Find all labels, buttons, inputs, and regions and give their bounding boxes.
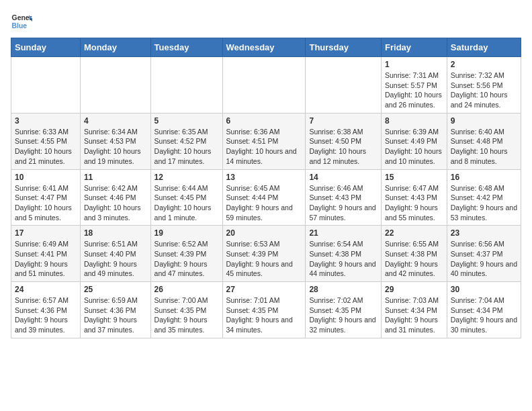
calendar-week-1: 1Sunrise: 7:31 AM Sunset: 5:57 PM Daylig…	[11, 57, 521, 113]
day-info: Sunrise: 7:00 AM Sunset: 4:35 PM Dayligh…	[154, 295, 219, 335]
calendar-cell: 28Sunrise: 7:02 AM Sunset: 4:35 PM Dayli…	[306, 282, 382, 338]
calendar-cell: 12Sunrise: 6:44 AM Sunset: 4:45 PM Dayli…	[150, 169, 222, 226]
day-info: Sunrise: 6:52 AM Sunset: 4:39 PM Dayligh…	[154, 239, 219, 279]
day-number: 27	[226, 285, 302, 294]
day-number: 17	[15, 228, 77, 238]
calendar-cell: 21Sunrise: 6:54 AM Sunset: 4:38 PM Dayli…	[306, 226, 382, 282]
day-number: 7	[309, 116, 378, 126]
day-number: 28	[309, 285, 378, 294]
day-number: 21	[309, 228, 378, 238]
calendar-cell: 15Sunrise: 6:47 AM Sunset: 4:43 PM Dayli…	[382, 169, 447, 226]
day-number: 18	[84, 228, 147, 238]
day-info: Sunrise: 7:01 AM Sunset: 4:35 PM Dayligh…	[226, 295, 302, 335]
day-number: 23	[451, 228, 517, 238]
day-header-sunday: Sunday	[11, 38, 81, 57]
day-number: 19	[154, 228, 219, 238]
calendar-cell	[222, 57, 306, 113]
day-info: Sunrise: 6:48 AM Sunset: 4:42 PM Dayligh…	[451, 183, 517, 223]
day-info: Sunrise: 6:55 AM Sunset: 4:38 PM Dayligh…	[385, 239, 443, 279]
day-info: Sunrise: 6:56 AM Sunset: 4:37 PM Dayligh…	[451, 239, 517, 279]
calendar-header-row: SundayMondayTuesdayWednesdayThursdayFrid…	[11, 38, 521, 57]
calendar-cell: 18Sunrise: 6:51 AM Sunset: 4:40 PM Dayli…	[80, 226, 150, 282]
calendar-cell: 4Sunrise: 6:34 AM Sunset: 4:53 PM Daylig…	[80, 113, 150, 169]
calendar-cell: 5Sunrise: 6:35 AM Sunset: 4:52 PM Daylig…	[150, 113, 222, 169]
day-info: Sunrise: 6:45 AM Sunset: 4:44 PM Dayligh…	[226, 183, 302, 223]
day-number: 13	[226, 173, 302, 182]
day-header-thursday: Thursday	[306, 38, 382, 57]
day-info: Sunrise: 6:54 AM Sunset: 4:38 PM Dayligh…	[309, 239, 378, 279]
calendar-cell: 1Sunrise: 7:31 AM Sunset: 5:57 PM Daylig…	[382, 57, 447, 113]
calendar-cell: 20Sunrise: 6:53 AM Sunset: 4:39 PM Dayli…	[222, 226, 306, 282]
calendar-cell	[11, 57, 81, 113]
calendar-cell: 19Sunrise: 6:52 AM Sunset: 4:39 PM Dayli…	[150, 226, 222, 282]
calendar-cell: 16Sunrise: 6:48 AM Sunset: 4:42 PM Dayli…	[447, 169, 521, 226]
day-number: 30	[451, 285, 517, 294]
day-number: 24	[15, 285, 77, 294]
day-header-friday: Friday	[382, 38, 447, 57]
calendar-cell: 6Sunrise: 6:36 AM Sunset: 4:51 PM Daylig…	[222, 113, 306, 169]
day-number: 3	[15, 116, 77, 126]
day-info: Sunrise: 6:33 AM Sunset: 4:55 PM Dayligh…	[15, 127, 77, 167]
logo: General Blue	[11, 11, 32, 32]
calendar-cell: 30Sunrise: 7:04 AM Sunset: 4:34 PM Dayli…	[447, 282, 521, 338]
day-info: Sunrise: 6:46 AM Sunset: 4:43 PM Dayligh…	[309, 183, 378, 223]
day-info: Sunrise: 6:34 AM Sunset: 4:53 PM Dayligh…	[84, 127, 147, 167]
day-header-monday: Monday	[80, 38, 150, 57]
calendar-cell: 11Sunrise: 6:42 AM Sunset: 4:46 PM Dayli…	[80, 169, 150, 226]
day-info: Sunrise: 6:42 AM Sunset: 4:46 PM Dayligh…	[84, 183, 147, 223]
day-info: Sunrise: 7:32 AM Sunset: 5:56 PM Dayligh…	[451, 71, 517, 110]
day-info: Sunrise: 6:57 AM Sunset: 4:36 PM Dayligh…	[15, 295, 77, 335]
day-info: Sunrise: 7:04 AM Sunset: 4:34 PM Dayligh…	[451, 295, 517, 335]
day-info: Sunrise: 6:40 AM Sunset: 4:48 PM Dayligh…	[451, 127, 517, 167]
day-info: Sunrise: 6:59 AM Sunset: 4:36 PM Dayligh…	[84, 295, 147, 335]
day-number: 11	[84, 173, 147, 182]
calendar-cell: 10Sunrise: 6:41 AM Sunset: 4:47 PM Dayli…	[11, 169, 81, 226]
day-info: Sunrise: 6:53 AM Sunset: 4:39 PM Dayligh…	[226, 239, 302, 279]
calendar-cell: 27Sunrise: 7:01 AM Sunset: 4:35 PM Dayli…	[222, 282, 306, 338]
day-header-tuesday: Tuesday	[150, 38, 222, 57]
day-info: Sunrise: 7:03 AM Sunset: 4:34 PM Dayligh…	[385, 295, 443, 335]
day-number: 2	[451, 60, 517, 69]
day-info: Sunrise: 7:31 AM Sunset: 5:57 PM Dayligh…	[385, 71, 443, 110]
logo-icon: General Blue	[11, 11, 32, 32]
svg-text:Blue: Blue	[12, 22, 28, 30]
calendar-cell	[306, 57, 382, 113]
calendar-cell: 29Sunrise: 7:03 AM Sunset: 4:34 PM Dayli…	[382, 282, 447, 338]
day-info: Sunrise: 6:49 AM Sunset: 4:41 PM Dayligh…	[15, 239, 77, 279]
calendar-cell	[150, 57, 222, 113]
day-number: 15	[385, 173, 443, 182]
day-header-saturday: Saturday	[447, 38, 521, 57]
calendar-week-3: 10Sunrise: 6:41 AM Sunset: 4:47 PM Dayli…	[11, 169, 521, 226]
day-number: 25	[84, 285, 147, 294]
day-number: 4	[84, 116, 147, 126]
day-number: 1	[385, 60, 443, 69]
calendar-cell: 7Sunrise: 6:38 AM Sunset: 4:50 PM Daylig…	[306, 113, 382, 169]
day-number: 20	[226, 228, 302, 238]
calendar-cell: 13Sunrise: 6:45 AM Sunset: 4:44 PM Dayli…	[222, 169, 306, 226]
calendar-cell: 23Sunrise: 6:56 AM Sunset: 4:37 PM Dayli…	[447, 226, 521, 282]
day-info: Sunrise: 6:41 AM Sunset: 4:47 PM Dayligh…	[15, 183, 77, 223]
day-number: 6	[226, 116, 302, 126]
day-number: 8	[385, 116, 443, 126]
calendar-week-2: 3Sunrise: 6:33 AM Sunset: 4:55 PM Daylig…	[11, 113, 521, 169]
day-number: 22	[385, 228, 443, 238]
day-info: Sunrise: 6:36 AM Sunset: 4:51 PM Dayligh…	[226, 127, 302, 167]
calendar-cell: 2Sunrise: 7:32 AM Sunset: 5:56 PM Daylig…	[447, 57, 521, 113]
day-number: 16	[451, 173, 517, 182]
day-info: Sunrise: 6:51 AM Sunset: 4:40 PM Dayligh…	[84, 239, 147, 279]
calendar-week-5: 24Sunrise: 6:57 AM Sunset: 4:36 PM Dayli…	[11, 282, 521, 338]
day-number: 5	[154, 116, 219, 126]
calendar-week-4: 17Sunrise: 6:49 AM Sunset: 4:41 PM Dayli…	[11, 226, 521, 282]
calendar-cell: 17Sunrise: 6:49 AM Sunset: 4:41 PM Dayli…	[11, 226, 81, 282]
day-info: Sunrise: 6:44 AM Sunset: 4:45 PM Dayligh…	[154, 183, 219, 223]
calendar-cell	[80, 57, 150, 113]
page-header: General Blue	[11, 11, 521, 32]
calendar-cell: 8Sunrise: 6:39 AM Sunset: 4:49 PM Daylig…	[382, 113, 447, 169]
calendar-cell: 22Sunrise: 6:55 AM Sunset: 4:38 PM Dayli…	[382, 226, 447, 282]
day-number: 12	[154, 173, 219, 182]
day-number: 9	[451, 116, 517, 126]
calendar-cell: 24Sunrise: 6:57 AM Sunset: 4:36 PM Dayli…	[11, 282, 81, 338]
day-number: 26	[154, 285, 219, 294]
calendar-cell: 3Sunrise: 6:33 AM Sunset: 4:55 PM Daylig…	[11, 113, 81, 169]
calendar-cell: 14Sunrise: 6:46 AM Sunset: 4:43 PM Dayli…	[306, 169, 382, 226]
